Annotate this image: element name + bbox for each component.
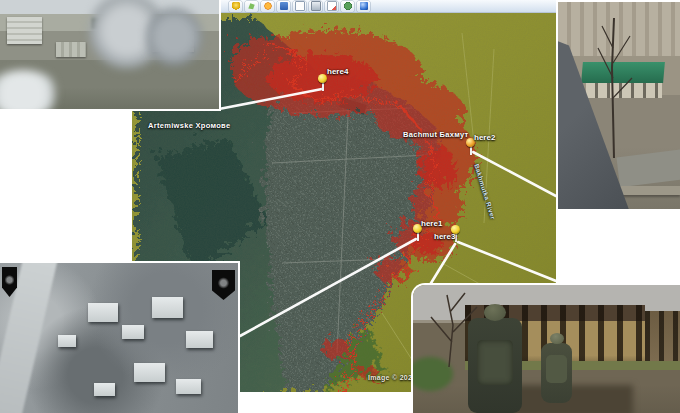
tool-view-in-google-maps-button[interactable] bbox=[357, 1, 370, 12]
smoke-plume bbox=[0, 70, 60, 109]
bare-tree bbox=[592, 8, 644, 158]
ruined-house bbox=[94, 383, 115, 396]
tool-sunlight-button[interactable] bbox=[261, 1, 274, 12]
tool-add-polygon-icon bbox=[248, 2, 256, 10]
ruined-house bbox=[152, 297, 183, 318]
ruined-house bbox=[176, 379, 201, 394]
tool-save-image-icon bbox=[327, 1, 337, 11]
building bbox=[56, 42, 86, 57]
placemark-here4[interactable]: here4 bbox=[318, 74, 328, 91]
tool-ruler-icon bbox=[280, 2, 288, 10]
pushpin-icon bbox=[318, 74, 327, 83]
soldier bbox=[468, 318, 522, 413]
tool-sunlight-icon bbox=[264, 2, 272, 10]
photo-aerial-city-smoke bbox=[0, 0, 219, 109]
tool-print-button[interactable] bbox=[309, 1, 322, 12]
body-armor bbox=[477, 340, 513, 385]
ruined-house bbox=[58, 335, 76, 347]
helmet bbox=[550, 333, 564, 344]
ruined-house bbox=[88, 303, 118, 322]
smoke-plume bbox=[146, 6, 202, 68]
page: { "app": { "name": "Google Earth collage… bbox=[0, 0, 680, 413]
tool-email-button[interactable] bbox=[293, 1, 306, 12]
body-armor bbox=[546, 355, 567, 383]
placemark-label: here4 bbox=[327, 67, 348, 76]
placemark-label: here1 bbox=[421, 219, 442, 228]
placemark-here2[interactable]: here2 bbox=[466, 138, 476, 155]
tool-email-icon bbox=[295, 1, 305, 11]
placemark-here3[interactable]: here3 bbox=[451, 225, 461, 242]
tool-add-placemark-icon bbox=[232, 2, 240, 10]
tool-record-tour-button[interactable] bbox=[341, 1, 354, 12]
soldier bbox=[541, 343, 572, 403]
ruined-house bbox=[186, 331, 213, 348]
ruined-house bbox=[122, 325, 144, 339]
tool-view-in-google-maps-icon bbox=[360, 2, 368, 10]
burnt-building bbox=[645, 311, 680, 363]
photo-rooftop-town-view bbox=[558, 2, 680, 209]
placemark-here1[interactable]: here1 bbox=[413, 224, 423, 241]
photo-soldiers-ruined-building bbox=[413, 285, 680, 413]
placemark-label: here2 bbox=[474, 133, 495, 142]
tool-save-image-button[interactable] bbox=[325, 1, 338, 12]
helmet bbox=[484, 304, 506, 321]
ruined-house bbox=[134, 363, 165, 382]
tool-add-polygon-button[interactable] bbox=[245, 1, 258, 12]
tool-record-tour-icon bbox=[344, 2, 352, 10]
military-unit-emblem-icon bbox=[212, 270, 235, 300]
photo-drone-grayscale-ruins bbox=[0, 263, 238, 413]
tool-ruler-button[interactable] bbox=[277, 1, 290, 12]
placemark-label: here3 bbox=[434, 232, 455, 241]
tool-add-placemark-button[interactable] bbox=[229, 1, 242, 12]
apartment-block bbox=[7, 17, 42, 44]
tool-print-icon bbox=[311, 1, 321, 11]
